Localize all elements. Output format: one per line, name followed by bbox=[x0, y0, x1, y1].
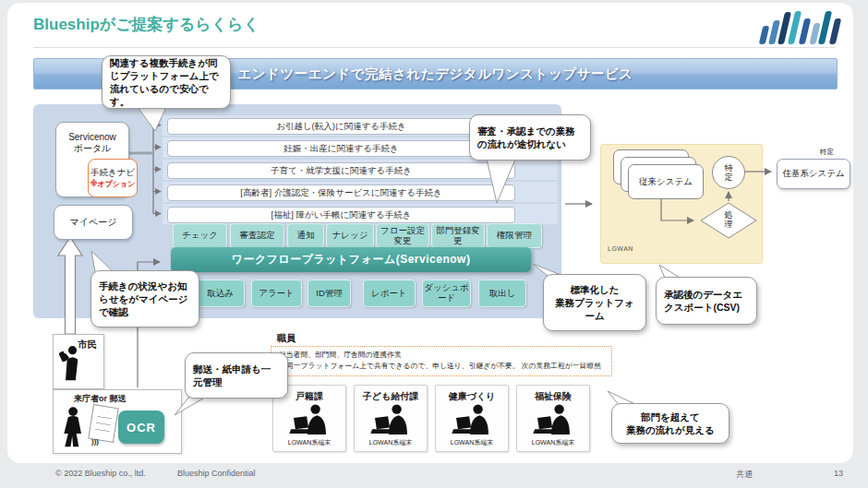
procedure-navi-box: 手続きナビ ※オプション bbox=[88, 159, 138, 197]
page-title: Blueshipがご提案するらくらく bbox=[33, 14, 259, 35]
callout-mail: 郵送・紙申請も一元管理 bbox=[185, 352, 288, 399]
department-card: 健康づくり LGWAN系端末 bbox=[435, 385, 509, 452]
logo-bar bbox=[829, 18, 841, 44]
workflow-platform-bar: ワークフロープラットフォーム(Servicenow) bbox=[171, 247, 531, 272]
btn-check: チェック bbox=[173, 223, 227, 248]
legacy-system-box: 従来システム bbox=[628, 164, 704, 199]
callout-standardized: 標準化した 業務プラットフォーム bbox=[543, 274, 646, 331]
procedure-row: 妊娠・出産に関連する手続き bbox=[167, 140, 515, 157]
btn-import: 取込み bbox=[196, 280, 245, 307]
visitor-label: 来庁者or 郵送 bbox=[74, 393, 127, 405]
person-laptop-icon bbox=[532, 403, 574, 434]
terminal-label: LGWAN系端末 bbox=[532, 438, 574, 447]
mypage-box: マイページ bbox=[54, 205, 133, 240]
btn-export: 取出し bbox=[478, 280, 526, 307]
lgwan-label: LGWAN bbox=[608, 245, 633, 252]
citizen-label: 市民 bbox=[78, 339, 97, 351]
decision-circle: 特定 bbox=[712, 156, 745, 189]
staff-note-line2: が同一プラットフォーム上で共有できるので、申し送り、引継ぎが不要。 次の業務工程… bbox=[279, 361, 604, 372]
btn-review: 審査認定 bbox=[230, 223, 284, 248]
decision-label: 特定 bbox=[725, 163, 733, 183]
callout-related: 関連する複数手続きが同じプラットフォーム上で流れているので安心です。 bbox=[102, 55, 231, 109]
procedure-row: [福祉] 障がい手帳に関連する手続き bbox=[167, 207, 515, 223]
external-system-box: 住基系システム bbox=[777, 159, 850, 189]
btn-id-management: ID管理 bbox=[307, 280, 351, 307]
terminal-label: LGWAN系端末 bbox=[288, 438, 331, 447]
process-label: 処理 bbox=[717, 210, 741, 230]
procedure-row: 子育て・就学支援に関連する手続き bbox=[167, 162, 515, 179]
btn-report: レポート bbox=[363, 280, 416, 307]
terminal-label: LGWAN系端末 bbox=[451, 438, 493, 447]
external-system-note: 特定 bbox=[820, 148, 834, 157]
btn-flow-config: フロー設定変更 bbox=[376, 223, 429, 248]
footer-confidential: Blueship Confidential bbox=[177, 469, 256, 478]
btn-alert: アラート bbox=[251, 280, 302, 307]
mypage-label: マイページ bbox=[70, 216, 117, 229]
btn-notify: 通知 bbox=[287, 223, 324, 248]
department-name: 子ども給付課 bbox=[363, 390, 418, 403]
procedure-row: [高齢者] 介護認定・保険サービスに関連する手続き bbox=[167, 184, 515, 201]
footer-copyright: © 2022 Blueship co., ltd. bbox=[55, 469, 146, 478]
btn-dashboard: ダッシュボード bbox=[422, 280, 471, 307]
department-card: 福祉保険 LGWAN系端末 bbox=[516, 385, 590, 452]
btn-permission: 権限管理 bbox=[487, 223, 542, 248]
callout-status: 手続きの状況やお知らせをがマイページで確認 bbox=[90, 270, 199, 327]
terminal-label: LGWAN系端末 bbox=[369, 438, 412, 447]
department-name: 福祉保険 bbox=[535, 390, 572, 403]
staff-note-box: 担当者間、部門間、庁舎間の連携作業 が同一プラットフォーム上で共有できるので、申… bbox=[271, 346, 612, 376]
department-name: 健康づくり bbox=[449, 390, 496, 403]
staff-note-line1: 担当者間、部門間、庁舎間の連携作業 bbox=[279, 350, 604, 361]
walking-person-icon bbox=[59, 406, 89, 448]
person-laptop-icon bbox=[288, 403, 331, 434]
external-system-label: 住基系システム bbox=[782, 168, 844, 180]
footer-category: 共通 bbox=[736, 469, 753, 481]
department-name: 戸籍課 bbox=[295, 390, 323, 403]
btn-dept-register: 部門登録変更 bbox=[431, 223, 485, 248]
logo-bars-icon bbox=[761, 7, 850, 44]
scan-marks: ))) bbox=[91, 437, 99, 446]
portal-label: Servicenow ポータル bbox=[68, 132, 116, 155]
footer-page-number: 13 bbox=[834, 469, 843, 478]
person-laptop-icon bbox=[369, 403, 412, 434]
procedure-row: お引越し(転入)に関連する手続き bbox=[167, 118, 515, 135]
department-card: 子ども給付課 LGWAN系端末 bbox=[354, 385, 428, 452]
btn-knowledge: ナレッジ bbox=[326, 223, 374, 248]
ocr-button: OCR bbox=[118, 411, 164, 444]
callout-export: 承認後のデータエクスポート(CSV) bbox=[656, 277, 757, 325]
legacy-system-label: 従来システム bbox=[639, 176, 693, 188]
navi-label: 手続きナビ bbox=[90, 167, 135, 179]
navi-option-note: ※オプション bbox=[90, 179, 136, 189]
staff-label: 職員 bbox=[277, 332, 295, 345]
callout-approval: 審査・承認までの業務の流れが途切れない bbox=[469, 114, 591, 161]
title-divider bbox=[33, 47, 836, 48]
callout-crossdept: 部門を超えて 業務の流れが見える bbox=[611, 403, 729, 444]
person-laptop-icon bbox=[451, 403, 493, 434]
